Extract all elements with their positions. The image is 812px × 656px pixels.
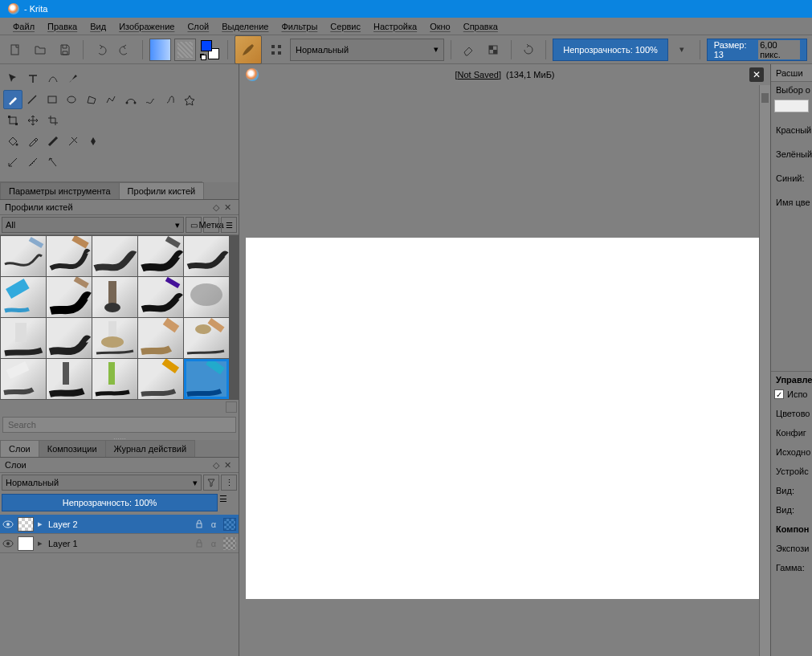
brush-size-slider[interactable]: Размер: 136,00 пикс. [707,39,807,61]
layer-opacity-menu[interactable]: ☰ [219,494,237,511]
brush-preset[interactable] [184,277,229,317]
eraser-mode-button[interactable] [458,39,479,61]
ellipse-tool[interactable] [63,90,82,109]
menu-image[interactable]: Изображение [112,19,181,34]
brush-preset[interactable] [138,277,183,317]
menu-help[interactable]: Справка [457,19,504,34]
move-tool[interactable] [23,111,43,130]
lock-icon[interactable] [192,520,206,529]
vertical-scrollbar[interactable] [759,85,770,656]
layer-settings-button[interactable]: ⋮ [221,475,237,491]
preset-filter-select[interactable]: All▾ [2,217,184,233]
layer-row[interactable]: ▸ Layer 2 α [0,515,239,534]
rectangle-tool[interactable] [43,90,62,109]
new-file-button[interactable] [5,39,27,61]
transform-tool[interactable] [3,111,22,130]
brush-preset[interactable] [1,359,46,399]
brush-preset[interactable] [92,318,137,358]
visibility-icon[interactable] [0,519,16,530]
preset-search-input[interactable] [2,417,236,433]
save-file-button[interactable] [55,39,76,61]
opacity-dropdown-icon[interactable]: ▾ [671,39,693,61]
close-docker-icon[interactable]: ✕ [224,202,234,212]
expand-icon[interactable]: ▸ [35,538,45,548]
reference-tool[interactable] [43,153,63,172]
fill-tool[interactable] [3,132,22,151]
brush-preset[interactable] [184,236,229,276]
brush-preset[interactable] [47,359,92,399]
menu-settings[interactable]: Настройка [367,19,423,34]
lock-icon[interactable] [192,539,206,548]
brush-preset[interactable] [47,277,92,317]
layer-filter-button[interactable] [203,475,219,491]
visibility-icon[interactable] [0,538,16,549]
canvas[interactable] [246,238,760,599]
use-checkbox[interactable]: ✓Испо [771,388,812,401]
color-swatch[interactable] [199,39,221,61]
line-tool[interactable] [23,90,43,109]
brush-preset[interactable] [92,359,137,399]
reset-colors-icon[interactable] [200,54,206,60]
redo-button[interactable] [114,39,136,61]
menu-filters[interactable]: Фильтры [275,19,324,34]
brush-preset[interactable] [47,236,92,276]
brush-presets-tab[interactable]: Профили кистей [119,182,205,199]
blend-mode-select[interactable]: Нормальный ▾ [290,39,444,61]
menu-layer[interactable]: Слой [181,19,215,34]
layer-name[interactable]: Layer 2 [45,520,192,529]
brush-tool[interactable] [3,90,22,109]
polygon-tool[interactable] [82,90,101,109]
foreground-color[interactable] [201,40,212,51]
menu-edit[interactable]: Правка [41,19,84,34]
pattern-edit-tool[interactable] [63,132,83,151]
float-docker-icon[interactable]: ◇ [213,460,222,470]
expand-icon[interactable]: ▸ [35,519,45,529]
menu-tools[interactable]: Сервис [324,19,367,34]
advanced-color-tab[interactable]: Расши [771,64,812,82]
smart-fill-tool[interactable] [84,132,103,151]
preset-view-button[interactable]: ☰ [221,217,237,233]
calligraphy-tool[interactable] [63,69,83,88]
brush-preset[interactable] [138,236,183,276]
brush-editor-button[interactable] [265,39,287,61]
alpha-inherit-icon[interactable] [223,518,236,531]
alpha-lock-button[interactable] [483,39,504,61]
layer-name[interactable]: Layer 1 [45,539,192,548]
tool-options-tab[interactable]: Параметры инструмента [0,182,120,199]
brush-preset-selected[interactable] [184,359,229,399]
multibrush-tool[interactable] [181,90,200,109]
measure-tool[interactable] [23,153,43,172]
reload-preset-button[interactable] [518,39,540,61]
assistant-tool[interactable] [3,153,22,172]
color-preview-input[interactable] [774,100,809,112]
preset-tag-button[interactable]: Метка [203,217,219,233]
opacity-slider[interactable]: Непрозрачность: 100% [553,39,668,61]
menu-window[interactable]: Окно [423,19,457,34]
brush-preset[interactable] [1,318,46,358]
menu-view[interactable]: Вид [84,19,112,34]
pointer-tool[interactable] [3,69,22,88]
brush-preset[interactable] [138,359,183,399]
pattern-swatch[interactable] [174,39,196,61]
brush-preset[interactable] [138,318,183,358]
gradient-swatch[interactable] [149,39,171,61]
crop-tool[interactable] [43,111,63,130]
menu-file[interactable]: Файл [6,19,41,34]
layer-row[interactable]: ▸ Layer 1 α [0,534,239,553]
alpha-icon[interactable]: α [206,520,221,529]
layer-opacity-slider[interactable]: Непрозрачность: 100% [2,494,218,511]
compositions-tab[interactable]: Композиции [39,440,106,457]
bezier-tool[interactable] [121,90,141,109]
preset-scroll-icon[interactable] [226,401,237,413]
float-docker-icon[interactable]: ◇ [213,202,222,212]
layer-blend-select[interactable]: Нормальный▾ [2,475,202,491]
text-tool[interactable] [23,69,43,88]
gradient-tool[interactable] [43,132,63,151]
brush-preset[interactable] [184,318,229,358]
undo-history-tab[interactable]: Журнал действий [105,440,196,457]
menu-select[interactable]: Выделение [215,19,275,34]
undo-button[interactable] [90,39,112,61]
open-file-button[interactable] [30,39,51,61]
brush-preset-button[interactable] [235,35,263,64]
polyline-tool[interactable] [102,90,121,109]
